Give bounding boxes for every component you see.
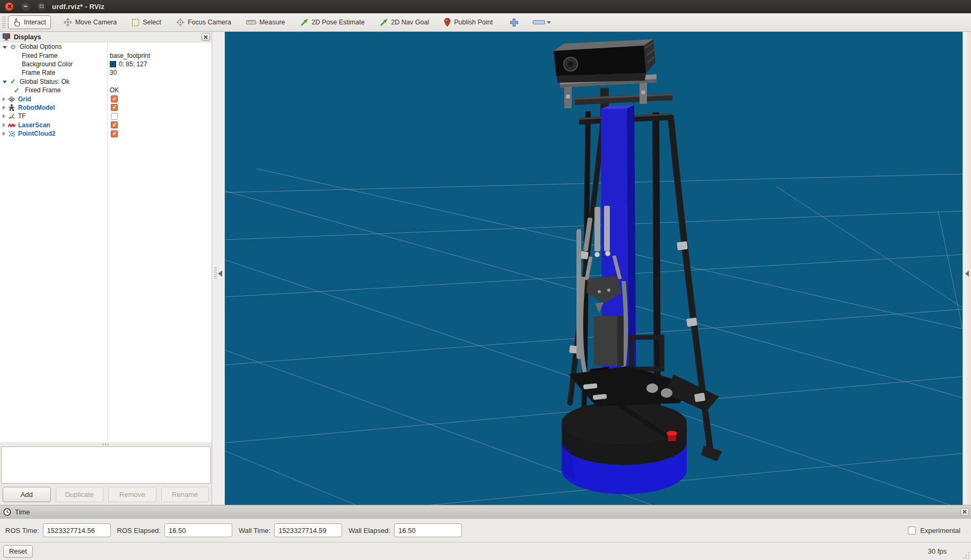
row-label: Fixed Frame (25, 86, 60, 94)
frame-rate-value[interactable]: 30 (107, 69, 212, 76)
right-splitter[interactable] (963, 32, 971, 505)
tree-row[interactable]: ⚙ Global Options (0, 42, 212, 51)
tool-label: Measure (259, 19, 285, 26)
selection-box-icon (132, 19, 139, 27)
map-pin-icon (444, 18, 451, 27)
laserscan-enabled-checkbox[interactable] (111, 121, 118, 128)
tree-row-tf[interactable]: TF (0, 112, 212, 120)
ros-elapsed-input[interactable] (164, 523, 232, 537)
tool-focus-camera[interactable]: Focus Camera (172, 16, 235, 29)
laserscan-icon (7, 121, 15, 129)
tool-2d-pose-estimate[interactable]: 2D Pose Estimate (296, 16, 369, 29)
row-label: Grid (18, 95, 31, 103)
minimize-icon (24, 6, 28, 7)
left-splitter[interactable] (212, 32, 225, 505)
window-title: urdf.rviz* - RViz (52, 3, 104, 11)
expander-closed-icon[interactable] (3, 123, 5, 127)
ros-time-label: ROS Time: (5, 527, 39, 535)
move-arrows-icon (64, 18, 72, 27)
tool-select[interactable]: Select (127, 16, 165, 29)
tf-enabled-checkbox[interactable] (111, 113, 118, 120)
window-maximize-button[interactable] (38, 3, 46, 11)
panel-horizontal-splitter[interactable] (0, 442, 212, 447)
resize-grip[interactable] (963, 552, 970, 559)
toolbar: Interact Move Camera Select Focus Camera (0, 13, 971, 32)
minus-icon (532, 20, 545, 25)
status-bar: Reset 30 fps (0, 542, 971, 560)
expander-closed-icon[interactable] (3, 132, 5, 136)
panel-title: Displays (14, 33, 202, 41)
row-label: TF (18, 112, 26, 120)
hand-pointer-icon (13, 18, 21, 27)
tree-column-divider[interactable] (107, 42, 108, 442)
tool-2d-nav-goal[interactable]: 2D Nav Goal (375, 16, 434, 29)
maximize-icon (40, 5, 43, 8)
displays-tree: ⚙ Global Options Fixed Frame base_footpr… (0, 42, 212, 442)
robotmodel-enabled-checkbox[interactable] (111, 104, 118, 111)
tool-move-camera[interactable]: Move Camera (59, 16, 121, 29)
collapse-left-icon[interactable] (218, 270, 222, 277)
displays-close-button[interactable] (202, 33, 210, 41)
displays-monitor-icon (2, 33, 11, 41)
experimental-label: Experimental (920, 527, 960, 535)
time-panel-body: ROS Time: ROS Elapsed: Wall Time: Wall E… (0, 519, 971, 542)
ruler-icon (246, 19, 256, 25)
tree-row-grid[interactable]: Grid (0, 94, 212, 103)
expander-open-icon[interactable] (3, 81, 7, 83)
row-label: Frame Rate (22, 69, 55, 76)
tree-row-pointcloud2[interactable]: PointCloud2 (0, 129, 212, 138)
gear-icon: ⚙ (9, 43, 17, 50)
row-label: Global Status: Ok (20, 78, 69, 85)
tool-interact[interactable]: Interact (8, 15, 51, 29)
add-button[interactable]: Add (3, 487, 51, 502)
expander-closed-icon[interactable] (3, 106, 5, 110)
collapse-right-icon[interactable] (965, 270, 969, 277)
add-tool-button[interactable] (510, 18, 519, 27)
remove-button: Remove (108, 487, 156, 502)
fixed-frame-value[interactable]: base_footprint (107, 52, 212, 59)
expander-closed-icon[interactable] (3, 97, 5, 101)
toolbar-drag-handle[interactable] (2, 16, 6, 28)
pointcloud-icon (7, 130, 15, 137)
expander-closed-icon[interactable] (3, 114, 5, 118)
tool-label: Move Camera (75, 19, 117, 26)
tree-row[interactable]: ✓ Fixed Frame OK (0, 86, 212, 94)
tool-measure[interactable]: Measure (242, 16, 290, 28)
wall-elapsed-label: Wall Elapsed: (348, 527, 390, 535)
reset-button[interactable]: Reset (3, 545, 33, 558)
grid-enabled-checkbox[interactable] (111, 95, 118, 102)
tree-row[interactable]: Frame Rate 30 (0, 68, 212, 77)
expander-open-icon[interactable] (3, 46, 7, 49)
pointcloud2-enabled-checkbox[interactable] (111, 130, 118, 137)
tree-row[interactable]: Background Color 0; 85; 127 (0, 60, 212, 68)
green-arrow-icon (300, 18, 309, 27)
tool-label: 2D Pose Estimate (312, 19, 365, 26)
tree-row-robotmodel[interactable]: RobotModel (0, 103, 212, 112)
window-close-button[interactable] (5, 2, 14, 11)
displays-panel-header: Displays (0, 32, 212, 42)
time-panel-close-button[interactable] (960, 508, 969, 516)
chevron-down-icon[interactable] (547, 21, 551, 24)
wall-elapsed-input[interactable] (394, 523, 462, 537)
experimental-checkbox[interactable] (908, 527, 916, 535)
close-icon (963, 510, 967, 514)
background-color-value[interactable]: 0; 85; 127 (107, 60, 212, 68)
clock-icon (3, 508, 11, 516)
ros-time-input[interactable] (43, 523, 111, 537)
tool-publish-point[interactable]: Publish Point (440, 16, 497, 29)
3d-viewport[interactable] (225, 32, 963, 505)
rename-button: Rename (161, 487, 209, 502)
tree-row[interactable]: Fixed Frame base_footprint (0, 51, 212, 59)
remove-tool-button[interactable] (532, 20, 551, 25)
time-panel-header: Time (0, 505, 971, 519)
tree-row[interactable]: ✓ Global Status: Ok (0, 77, 212, 86)
row-label: PointCloud2 (18, 130, 56, 137)
displays-panel: Displays ⚙ Global Options Fixed Frame ba… (0, 32, 212, 505)
tool-label: Focus Camera (188, 19, 231, 26)
tool-label: Select (143, 19, 161, 26)
color-swatch (110, 61, 116, 67)
tree-row-laserscan[interactable]: LaserScan (0, 121, 212, 129)
wall-time-input[interactable] (274, 523, 342, 537)
window-minimize-button[interactable] (22, 3, 30, 11)
duplicate-button: Duplicate (56, 487, 104, 502)
